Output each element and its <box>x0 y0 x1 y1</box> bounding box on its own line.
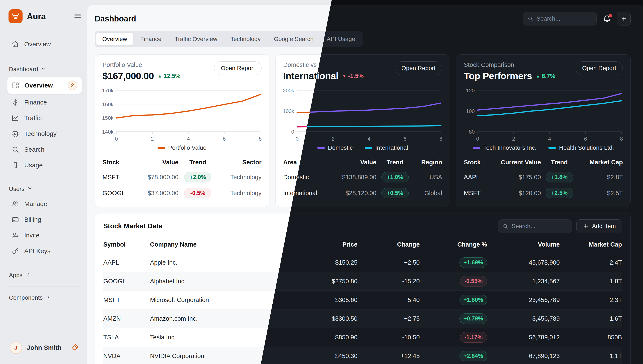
cell: 2.3T <box>560 290 622 309</box>
column-header: Company Name <box>150 237 290 253</box>
cell: 3,456,789 <box>487 309 560 328</box>
tab-traffic-overview[interactable]: Traffic Overview <box>169 33 223 46</box>
svg-text:4: 4 <box>548 136 551 142</box>
sidebar-item-billing[interactable]: Billing <box>7 212 82 227</box>
sidebar-section-users[interactable]: Users <box>7 184 82 196</box>
cell: MSFT <box>103 290 150 309</box>
hamburger-menu-icon[interactable] <box>73 12 82 21</box>
column-header: Price <box>290 237 357 253</box>
column-header: Volume <box>487 237 560 253</box>
column-header: Current Value <box>487 157 541 169</box>
cell: $150.25 <box>290 253 357 272</box>
section-title: Stock Market Data <box>103 222 162 230</box>
cell: $138,889.00 <box>330 169 376 185</box>
legend-label: International <box>375 144 408 151</box>
add-item-label: Add Item <box>592 223 616 230</box>
tab-overview[interactable]: Overview <box>96 33 133 46</box>
sidebar-item-usage[interactable]: Usage <box>7 158 82 172</box>
svg-text:100: 100 <box>466 108 475 114</box>
phone-icon <box>12 162 19 169</box>
add-new-button[interactable] <box>617 12 631 26</box>
sidebar-item-overview[interactable]: Overview2 <box>7 77 82 94</box>
chevron-right-icon <box>46 294 51 301</box>
page-title: Dashboard <box>95 14 136 23</box>
sidebar-item-label: Traffic <box>24 114 78 122</box>
cell: Alphabet Inc. <box>150 272 290 290</box>
table-search-input[interactable] <box>512 223 567 230</box>
trend-pill: +2.5% <box>546 188 573 198</box>
key-icon <box>12 247 19 255</box>
sidebar-link-components[interactable]: Components <box>7 292 82 303</box>
sidebar-link-apps[interactable]: Apps <box>7 270 82 281</box>
sidebar-item-label: Technology <box>24 130 78 138</box>
bull-icon <box>11 12 20 20</box>
sidebar-item-technology[interactable]: Technology <box>7 126 82 141</box>
cell: +2.75 <box>357 309 420 328</box>
cell: +0.79% <box>420 309 487 328</box>
cell: MSFT <box>102 169 135 185</box>
column-header: Value <box>135 157 178 169</box>
sidebar-item-invite[interactable]: Invite <box>7 228 82 242</box>
section-label: Dashboard <box>9 66 38 73</box>
tab-technology[interactable]: Technology <box>225 33 267 46</box>
sidebar-section-dashboard[interactable]: Dashboard <box>7 64 82 76</box>
column-header: Trend <box>178 157 217 169</box>
legend-label: Tech Innovators Inc. <box>483 144 537 151</box>
tab-finance[interactable]: Finance <box>134 33 167 46</box>
sidebar-item-overview-home[interactable]: Overview <box>7 37 82 52</box>
legend-label: Health Solutions Ltd. <box>559 144 614 151</box>
link-label: Components <box>9 294 43 301</box>
cell: +1.69% <box>420 253 487 272</box>
sidebar-item-finance[interactable]: Finance <box>7 95 82 110</box>
sidebar-item-api-keys[interactable]: API Keys <box>7 244 82 258</box>
search-icon <box>528 16 533 22</box>
global-search-input[interactable] <box>536 15 592 22</box>
add-item-button[interactable]: Add Item <box>576 220 622 233</box>
cell: +0.5% <box>376 185 413 201</box>
cell: -1.17% <box>420 328 487 346</box>
sidebar-divider <box>9 264 81 264</box>
theme-paintbrush-icon[interactable] <box>71 343 79 352</box>
column-header: Region <box>413 157 442 169</box>
table-row: GOOGL$37,000.00-0.5%Technology <box>102 185 262 201</box>
notifications-button[interactable] <box>603 14 611 23</box>
column-header: Stock <box>464 157 487 169</box>
delta-down: -1.5% <box>342 73 364 80</box>
cell: +2.5% <box>541 185 578 201</box>
chart-legend: Portfolio Value <box>102 144 262 151</box>
sidebar-item-manage[interactable]: Manage <box>7 197 82 211</box>
cell: $850.90 <box>290 328 357 346</box>
column-header: Change % <box>420 237 487 253</box>
chart-icon <box>12 114 19 122</box>
table-row: Domestic$138,889.00+1.0%USA <box>283 169 442 185</box>
svg-text:150k: 150k <box>102 115 114 121</box>
trend-pill: +0.5% <box>381 188 409 198</box>
svg-text:160k: 160k <box>102 102 114 107</box>
svg-text:0: 0 <box>115 136 118 142</box>
cell: 2.4T <box>560 253 622 272</box>
chart-legend: DomesticInternational <box>283 144 442 151</box>
cell: -0.5% <box>178 185 217 201</box>
tab-google-search[interactable]: Google Search <box>268 33 320 46</box>
cell: Technology <box>217 185 261 201</box>
cell: +1.8% <box>541 169 578 185</box>
tab-api-usage[interactable]: API Usage <box>321 33 361 46</box>
open-report-button[interactable]: Open Report <box>214 61 261 75</box>
legend-swatch <box>548 147 556 149</box>
open-report-button[interactable]: Open Report <box>576 61 623 75</box>
sidebar-item-label: Invite <box>24 232 78 239</box>
cell: AAPL <box>464 169 487 185</box>
user-profile[interactable]: J John Smith <box>7 340 82 356</box>
column-header: Market Cap <box>560 237 622 253</box>
global-search[interactable] <box>523 12 597 26</box>
sidebar-item-search[interactable]: Search <box>7 142 82 157</box>
open-report-button[interactable]: Open Report <box>395 61 442 75</box>
cell: -15.20 <box>357 272 420 290</box>
table-search[interactable] <box>498 220 572 233</box>
trend-pill: -0.55% <box>460 276 487 286</box>
cell: GOOGL <box>102 185 135 201</box>
plus-icon <box>583 223 589 229</box>
svg-text:2: 2 <box>331 136 334 142</box>
trend-pill: +1.80% <box>460 295 487 305</box>
sidebar-item-traffic[interactable]: Traffic <box>7 111 82 125</box>
